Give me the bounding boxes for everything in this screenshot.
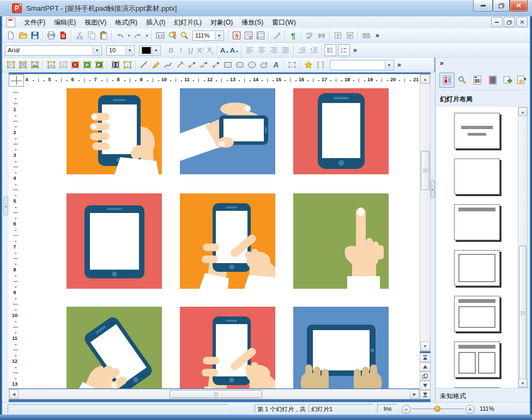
font-color-swatch-combo[interactable]: ▾ <box>139 45 161 56</box>
bold-button[interactable]: B <box>166 46 176 54</box>
slide-canvas[interactable] <box>24 87 420 388</box>
menu-format[interactable]: 格式(R) <box>111 16 142 29</box>
scroll-down-button[interactable]: ▼ <box>420 342 430 351</box>
ui-elements-tool[interactable] <box>315 59 327 71</box>
shape-style-combo[interactable]: ▾ <box>330 60 394 70</box>
text-mode-icon[interactable]: T <box>332 29 344 42</box>
minimize-button[interactable] <box>473 0 493 11</box>
font-name-dropdown[interactable]: ▾ <box>93 46 101 54</box>
spellcheck-icon[interactable]: ABC <box>304 29 316 42</box>
copy-icon[interactable] <box>86 29 98 42</box>
align-right-icon[interactable] <box>268 44 280 57</box>
title-bar[interactable]: P SmartPPT - [握持手机pad触摸演示ppt素材.pptx] <box>0 0 532 16</box>
open-button[interactable] <box>17 29 29 42</box>
redo-icon[interactable] <box>132 29 144 42</box>
table-frame-button[interactable] <box>17 59 29 71</box>
insert-mode-field[interactable]: Ins <box>377 404 398 413</box>
bullets-numbering-settings-button[interactable]: 12 <box>255 29 267 42</box>
hand-holding-phone-tilted[interactable] <box>66 307 162 388</box>
zoom-slider-thumb[interactable] <box>434 406 440 412</box>
superscript-button[interactable]: Xx <box>196 46 205 54</box>
layout-title-only[interactable] <box>454 204 500 240</box>
scroll-up-button[interactable]: ▲ <box>420 75 430 84</box>
pointing-finger[interactable] <box>293 193 389 289</box>
font-color-button[interactable]: A <box>231 29 243 42</box>
menu-play[interactable]: 播放(S) <box>237 16 268 29</box>
last-slide-button[interactable] <box>420 390 431 399</box>
horizontal-ruler[interactable]: 456789101112131415161718192021 <box>24 74 420 87</box>
connector-straight-tool[interactable] <box>186 59 198 71</box>
zoom-button[interactable] <box>178 29 190 42</box>
undo-dropdown[interactable]: ▾ <box>126 29 132 42</box>
shrink-font-button[interactable]: A▼ <box>229 46 239 54</box>
send-mail-icon[interactable] <box>360 29 372 42</box>
audio-frame-button[interactable]: ♪ <box>122 59 134 71</box>
finger-touching-phone[interactable] <box>180 193 275 289</box>
layout-title-content[interactable] <box>454 296 500 332</box>
arrow-tool[interactable] <box>174 59 186 71</box>
placeholder-frame-button[interactable]: P <box>81 59 93 71</box>
zoom-out-button[interactable]: − <box>402 405 411 414</box>
cut-icon[interactable] <box>74 29 86 42</box>
panel-options-dropdown[interactable]: ▾ <box>524 76 527 82</box>
connector-elbow-tool[interactable] <box>198 59 210 71</box>
slide-sorter-button[interactable] <box>420 372 431 381</box>
redo-dropdown[interactable]: ▾ <box>144 29 150 42</box>
font-size-combo[interactable]: 10▾ <box>106 45 135 56</box>
layout-scroll-thumb[interactable] <box>519 246 527 381</box>
menu-file[interactable]: 文件(F) <box>20 16 50 29</box>
presentation-mode-icon[interactable]: P <box>344 29 356 42</box>
design-search-panel-button[interactable] <box>455 72 470 88</box>
zoom-combo[interactable]: 111%▾ <box>192 31 224 41</box>
title-frame-button[interactable]: T <box>69 59 81 71</box>
font-color-swatch-dropdown[interactable]: ▾ <box>152 46 160 54</box>
paragraph-settings-button[interactable]: ¶ <box>243 29 255 42</box>
toolbar-overflow-chevron[interactable]: » <box>372 32 383 39</box>
horizontal-scrollbar[interactable]: ◀ ▶ <box>9 389 420 399</box>
first-slide-button[interactable] <box>420 353 431 362</box>
line-tool[interactable] <box>138 59 150 71</box>
decrease-indent-icon[interactable] <box>296 44 308 57</box>
hand-holding-phone-landscape[interactable] <box>180 88 275 174</box>
zoom-in-button[interactable]: + <box>466 405 475 414</box>
connector-curve-tool[interactable] <box>210 59 222 71</box>
rectangle-tool[interactable] <box>222 59 234 71</box>
placeholder-frame-alt-button[interactable]: P <box>93 59 105 71</box>
slide-design-panel-button[interactable] <box>485 72 500 88</box>
hands-holding-tablet[interactable] <box>293 307 389 388</box>
mdi-close-button[interactable] <box>516 17 528 27</box>
left-splitter-handle[interactable]: ◂ <box>3 196 8 216</box>
layout-blank[interactable] <box>454 159 500 194</box>
maximize-button[interactable] <box>493 0 510 11</box>
font-size-dropdown[interactable]: ▾ <box>125 46 134 54</box>
layout-title-subtitle[interactable] <box>454 113 500 149</box>
italic-button[interactable]: I <box>176 46 186 54</box>
undo-icon[interactable] <box>114 29 126 42</box>
curve-tool[interactable] <box>162 59 174 71</box>
menu-slide[interactable]: 幻灯片(L) <box>170 16 206 29</box>
menu-window[interactable]: 窗口(W) <box>268 16 300 29</box>
vertical-scrollbar[interactable]: ▲ ▼ <box>420 74 431 351</box>
horizontal-scroll-thumb[interactable] <box>170 390 262 398</box>
formatting-marks-button[interactable]: ¶ <box>287 29 299 42</box>
save-button[interactable] <box>29 29 41 42</box>
panel-overflow-chevron[interactable]: » <box>440 59 444 67</box>
menu-view[interactable]: 视图(V) <box>80 16 111 29</box>
mdi-restore-button[interactable] <box>504 17 515 27</box>
paste-button[interactable] <box>98 29 110 42</box>
toolbar-overflow-chevron[interactable]: » <box>394 61 404 69</box>
subscript-button[interactable]: Xx <box>205 46 215 55</box>
polygon-tool[interactable] <box>258 59 270 71</box>
align-left-icon[interactable] <box>244 44 256 57</box>
export-pdf-button[interactable] <box>57 29 69 42</box>
menu-object[interactable]: 对象(O) <box>206 16 237 29</box>
mdi-minimize-button[interactable] <box>491 17 503 27</box>
close-button[interactable] <box>510 0 528 11</box>
toolbar-overflow-chevron[interactable]: » <box>350 46 360 54</box>
autoshape-star-tool[interactable] <box>303 59 315 71</box>
bullet-list-button[interactable] <box>324 44 336 56</box>
fontwork-tool[interactable]: A <box>270 59 282 71</box>
layout-scrollbar[interactable]: ▲ ▼ <box>518 107 528 388</box>
binoculars-icon[interactable] <box>316 29 328 42</box>
zoom-actual-button[interactable]: 1:1 <box>154 29 166 42</box>
